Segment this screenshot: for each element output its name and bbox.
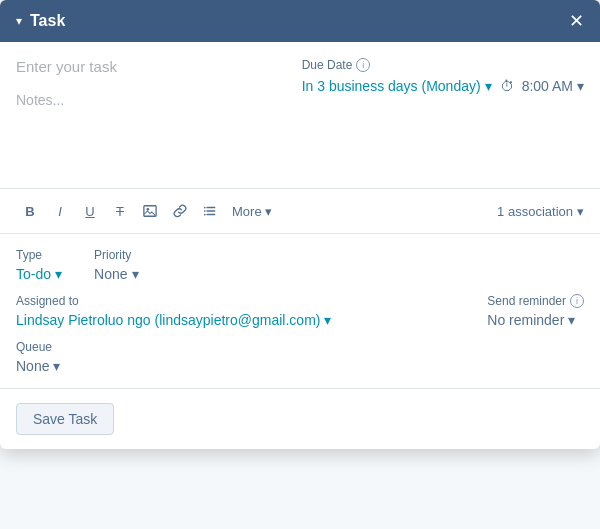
- queue-value[interactable]: None ▾: [16, 358, 60, 374]
- close-icon[interactable]: ✕: [569, 12, 584, 30]
- time-text: 8:00 AM: [522, 78, 573, 94]
- header-left: ▾ Task: [16, 12, 65, 30]
- due-date-label-text: Due Date: [302, 58, 353, 72]
- reminder-value[interactable]: No reminder ▾: [487, 312, 584, 328]
- modal-header: ▾ Task ✕: [0, 0, 600, 42]
- bold-button[interactable]: B: [16, 197, 44, 225]
- more-dropdown-icon: ▾: [265, 204, 272, 219]
- link-button[interactable]: [166, 197, 194, 225]
- due-date-text: In 3 business days (Monday): [302, 78, 481, 94]
- reminder-text: No reminder: [487, 312, 564, 328]
- italic-button[interactable]: I: [46, 197, 74, 225]
- list-button[interactable]: [196, 197, 224, 225]
- form-row-queue: Queue None ▾: [16, 340, 584, 374]
- due-date-label: Due Date i: [302, 58, 371, 72]
- assigned-to-value[interactable]: Lindsay Pietroluo ngo (lindsaypietro@gma…: [16, 312, 331, 328]
- editor-space: [16, 108, 286, 188]
- modal-body: Notes... Due Date i In 3 business days (…: [0, 42, 600, 449]
- assigned-to-label: Assigned to: [16, 294, 331, 308]
- toolbar: B I U T More ▾ 1 association: [0, 188, 600, 234]
- svg-point-1: [147, 208, 150, 211]
- save-task-button[interactable]: Save Task: [16, 403, 114, 435]
- due-date-row: In 3 business days (Monday) ▾ ⏱ 8:00 AM …: [302, 78, 584, 94]
- info-icon: i: [356, 58, 370, 72]
- form-group-queue: Queue None ▾: [16, 340, 60, 374]
- assigned-to-text: Lindsay Pietroluo ngo (lindsaypietro@gma…: [16, 312, 320, 328]
- task-modal: ▾ Task ✕ Notes... Due Date i In 3 busine…: [0, 0, 600, 449]
- send-reminder-text: Send reminder: [487, 294, 566, 308]
- queue-text: None: [16, 358, 49, 374]
- form-group-reminder: Send reminder i No reminder ▾: [487, 294, 584, 328]
- type-value[interactable]: To-do ▾: [16, 266, 62, 282]
- more-label: More: [232, 204, 262, 219]
- task-text-section: Notes...: [16, 58, 286, 188]
- due-date-section: Due Date i In 3 business days (Monday) ▾…: [302, 58, 584, 188]
- svg-point-7: [204, 214, 206, 216]
- assigned-to-dropdown-icon: ▾: [324, 312, 331, 328]
- image-button[interactable]: [136, 197, 164, 225]
- more-button[interactable]: More ▾: [226, 200, 278, 223]
- type-label: Type: [16, 248, 62, 262]
- queue-dropdown-icon: ▾: [53, 358, 60, 374]
- strikethrough-button[interactable]: T: [106, 197, 134, 225]
- form-group-type: Type To-do ▾: [16, 248, 62, 282]
- modal-title: Task: [30, 12, 65, 30]
- associations-label: 1 association: [497, 204, 573, 219]
- time-dropdown-icon: ▾: [577, 78, 584, 94]
- task-input[interactable]: [16, 58, 286, 75]
- underline-button[interactable]: U: [76, 197, 104, 225]
- task-input-area: Notes... Due Date i In 3 business days (…: [0, 42, 600, 188]
- reminder-dropdown-icon: ▾: [568, 312, 575, 328]
- priority-dropdown-icon: ▾: [132, 266, 139, 282]
- form-row-type-priority: Type To-do ▾ Priority None ▾: [16, 248, 584, 282]
- svg-point-5: [204, 207, 206, 209]
- form-group-assigned: Assigned to Lindsay Pietroluo ngo (linds…: [16, 294, 331, 328]
- modal-footer: Save Task: [0, 389, 600, 449]
- priority-label: Priority: [94, 248, 138, 262]
- chevron-down-icon[interactable]: ▾: [16, 14, 22, 28]
- form-row-assigned-reminder: Assigned to Lindsay Pietroluo ngo (linds…: [16, 294, 584, 328]
- form-section: Type To-do ▾ Priority None ▾ A: [0, 234, 600, 389]
- associations-dropdown-icon: ▾: [577, 204, 584, 219]
- queue-label: Queue: [16, 340, 60, 354]
- form-group-priority: Priority None ▾: [94, 248, 138, 282]
- notes-input[interactable]: Notes...: [16, 92, 286, 108]
- due-date-dropdown-icon: ▾: [485, 78, 492, 94]
- reminder-info-icon: i: [570, 294, 584, 308]
- associations-button[interactable]: 1 association ▾: [497, 204, 584, 219]
- due-date-value[interactable]: In 3 business days (Monday) ▾: [302, 78, 492, 94]
- priority-value[interactable]: None ▾: [94, 266, 138, 282]
- time-value[interactable]: 8:00 AM ▾: [522, 78, 584, 94]
- type-text: To-do: [16, 266, 51, 282]
- send-reminder-label: Send reminder i: [487, 294, 584, 308]
- priority-text: None: [94, 266, 127, 282]
- type-dropdown-icon: ▾: [55, 266, 62, 282]
- toolbar-left: B I U T More ▾: [16, 197, 278, 225]
- svg-point-6: [204, 210, 206, 212]
- clock-icon: ⏱: [500, 78, 514, 94]
